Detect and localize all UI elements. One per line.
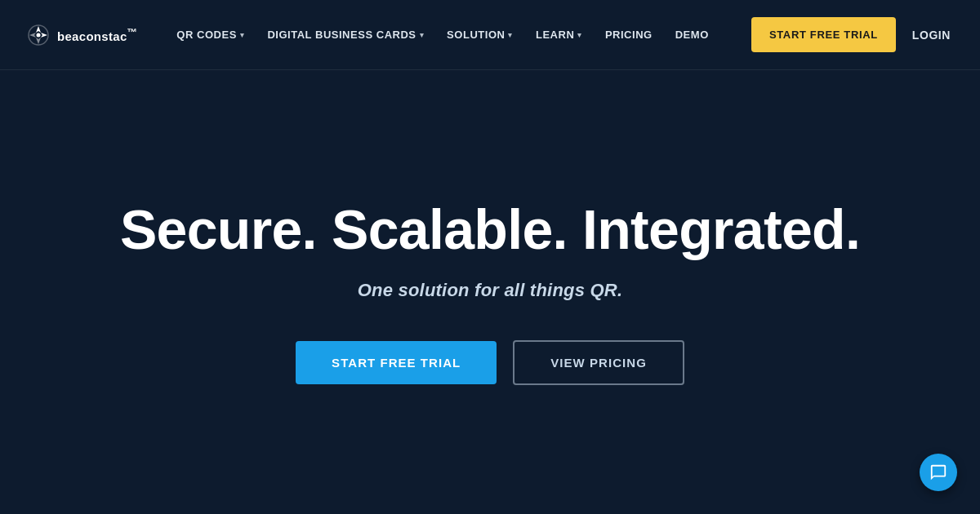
start-free-trial-hero-button[interactable]: START FREE TRIAL xyxy=(296,341,497,384)
view-pricing-button[interactable]: VIEW PRICING xyxy=(513,340,684,385)
logo-text: beaconstac™ xyxy=(57,27,137,43)
nav-item-solution[interactable]: SOLUTION ▾ xyxy=(437,22,523,47)
svg-point-6 xyxy=(37,33,41,37)
nav-item-demo[interactable]: DEMO xyxy=(666,22,719,47)
hero-headline: Secure. Scalable. Integrated. xyxy=(120,199,860,260)
login-button[interactable]: LOGIN xyxy=(909,22,954,48)
chevron-down-icon: ▾ xyxy=(240,31,245,39)
logo-tm: ™ xyxy=(127,27,138,38)
start-free-trial-header-button[interactable]: START FREE TRIAL xyxy=(751,17,896,52)
logo[interactable]: beaconstac™ xyxy=(26,23,137,47)
nav-actions: START FREE TRIAL LOGIN xyxy=(751,17,954,52)
nav-item-qr-codes[interactable]: QR CODES ▾ xyxy=(167,22,254,47)
chevron-down-icon: ▾ xyxy=(420,31,425,39)
chevron-down-icon: ▾ xyxy=(508,31,513,39)
chevron-down-icon: ▾ xyxy=(577,31,582,39)
nav-item-digital-business-cards[interactable]: DIGITAL BUSINESS CARDS ▾ xyxy=(257,22,434,47)
navbar: beaconstac™ QR CODES ▾ DIGITAL BUSINESS … xyxy=(0,0,980,70)
chat-icon xyxy=(929,463,947,481)
hero-subheadline: One solution for all things QR. xyxy=(358,280,623,301)
logo-icon xyxy=(26,23,51,47)
hero-section: Secure. Scalable. Integrated. One soluti… xyxy=(0,70,980,514)
nav-item-pricing[interactable]: PRICING xyxy=(595,22,662,47)
nav-item-learn[interactable]: LEARN ▾ xyxy=(526,22,592,47)
hero-buttons: START FREE TRIAL VIEW PRICING xyxy=(296,340,684,385)
nav-links: QR CODES ▾ DIGITAL BUSINESS CARDS ▾ SOLU… xyxy=(167,22,751,47)
chat-bubble-button[interactable] xyxy=(920,454,957,491)
